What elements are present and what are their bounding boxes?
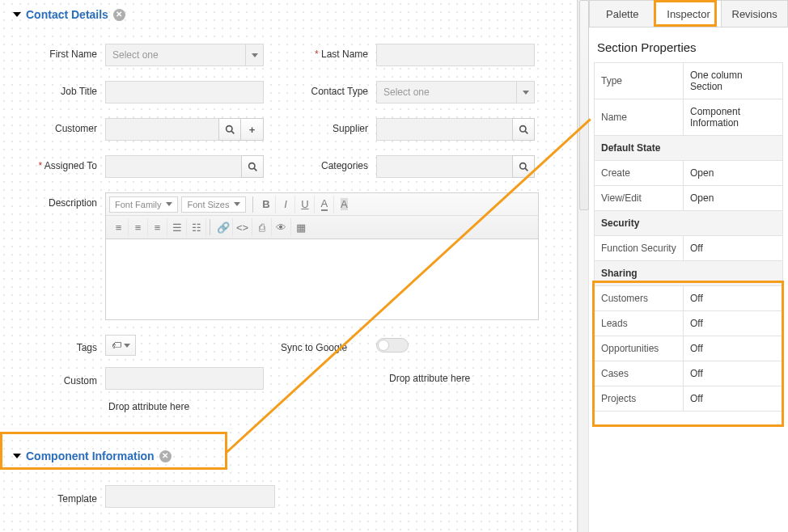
supplier-input[interactable] [376, 118, 512, 141]
highlight-icon[interactable]: A [334, 196, 354, 213]
align-center-icon[interactable]: ≡ [129, 218, 148, 236]
label-sync-google: Sync to Google [279, 337, 376, 353]
chevron-down-icon [13, 12, 21, 17]
template-input[interactable] [105, 485, 275, 508]
underline-icon[interactable]: U [295, 196, 315, 213]
search-icon[interactable] [241, 155, 264, 178]
prop-key: Opportunities [595, 336, 684, 361]
label-tags: Tags [0, 337, 105, 353]
search-icon[interactable] [218, 118, 241, 141]
svg-point-0 [226, 125, 231, 131]
prop-key: View/Edit [595, 186, 684, 211]
vertical-scrollbar[interactable] [578, 0, 589, 532]
prop-value: Open [684, 161, 783, 186]
prop-key: Cases [595, 361, 684, 386]
custom-input[interactable] [105, 367, 264, 390]
close-icon[interactable]: ✕ [159, 450, 172, 462]
scrollbar-thumb[interactable] [579, 0, 589, 210]
props-title: Section Properties [589, 27, 788, 62]
contact-type-select[interactable]: Select one [376, 81, 535, 103]
prop-value: One column Section [684, 63, 783, 99]
close-icon[interactable]: ✕ [113, 9, 125, 21]
section-properties-table: TypeOne column Section NameComponent Inf… [594, 62, 783, 412]
customer-lookup: + [105, 118, 279, 141]
chevron-down-icon [13, 454, 21, 458]
label-contact-type: Contact Type [279, 81, 376, 97]
svg-point-6 [519, 163, 525, 168]
svg-line-5 [254, 168, 256, 171]
svg-point-4 [248, 163, 254, 168]
svg-line-7 [525, 168, 527, 171]
prop-value: Off [684, 361, 783, 386]
label-first-name: First Name [0, 44, 105, 60]
select-placeholder: Select one [112, 49, 159, 61]
prop-key: Projects [595, 386, 684, 412]
job-title-input[interactable] [105, 81, 264, 103]
description-editor: Font Family Font Sizes B I U A A ≡ ≡ ≡ ☰ [105, 192, 539, 320]
last-name-input[interactable] [376, 44, 535, 66]
link-icon[interactable]: 🔗 [214, 218, 233, 236]
assigned-to-lookup [105, 155, 279, 178]
tab-revisions[interactable]: Revisions [722, 0, 788, 27]
svg-line-3 [525, 131, 527, 133]
section-header-contact-details[interactable]: Contact Details ✕ [0, 3, 577, 26]
customer-input[interactable] [105, 118, 218, 141]
sync-google-toggle[interactable] [376, 338, 409, 353]
prop-value: Off [684, 386, 783, 412]
first-name-select[interactable]: Select one [105, 44, 264, 66]
text-color-icon[interactable]: A [315, 196, 334, 213]
label-customer: Customer [0, 118, 105, 134]
label-last-name: Last Name [279, 44, 376, 60]
label-template: Template [0, 488, 105, 505]
editor-body[interactable] [105, 239, 539, 320]
prop-key: Customers [595, 286, 684, 311]
font-sizes-select[interactable]: Font Sizes [181, 196, 246, 213]
svg-line-1 [231, 131, 234, 133]
table-icon[interactable]: ▦ [291, 218, 311, 236]
prop-key: Function Security [595, 236, 684, 261]
chevron-down-icon [245, 44, 263, 66]
align-right-icon[interactable]: ≡ [148, 218, 167, 236]
tab-palette[interactable]: Palette [589, 0, 656, 27]
select-placeholder: Select one [383, 87, 430, 98]
preview-icon[interactable]: 👁 [272, 218, 291, 236]
svg-point-2 [519, 125, 525, 131]
label-custom: Custom [0, 370, 105, 386]
prop-value: Off [684, 311, 783, 336]
prop-value: Component Information [684, 99, 783, 136]
font-family-select[interactable]: Font Family [109, 196, 178, 213]
list-ordered-icon[interactable]: ☷ [187, 218, 206, 236]
supplier-lookup [376, 118, 554, 141]
panel-tabs: Palette Inspector Revisions [589, 0, 788, 27]
tab-inspector[interactable]: Inspector [656, 0, 722, 27]
code-icon[interactable]: <> [233, 218, 252, 236]
prop-value: Open [684, 186, 783, 211]
section-title: Component Information [26, 450, 155, 462]
assigned-to-input[interactable] [105, 155, 241, 178]
align-left-icon[interactable]: ≡ [109, 218, 129, 236]
search-icon[interactable] [512, 118, 535, 141]
search-icon[interactable] [512, 155, 535, 178]
bold-icon[interactable]: B [256, 196, 276, 213]
prop-value: Off [684, 336, 783, 361]
tags-button[interactable]: 🏷 [105, 335, 136, 356]
prop-value: Off [684, 236, 783, 261]
prop-group-header: Sharing [595, 261, 783, 286]
label-supplier: Supplier [279, 118, 376, 134]
chevron-down-icon [516, 81, 534, 103]
categories-input[interactable] [376, 155, 512, 178]
prop-key: Name [595, 99, 684, 136]
print-icon[interactable]: ⎙ [252, 218, 272, 236]
label-job-title: Job Title [0, 81, 105, 97]
section-title: Contact Details [26, 8, 108, 21]
label-description: Description [0, 192, 105, 209]
right-panel: Palette Inspector Revisions Section Prop… [589, 0, 788, 532]
list-unordered-icon[interactable]: ☰ [167, 218, 187, 236]
section-header-component-info[interactable]: Component Information ✕ [0, 445, 577, 467]
italic-icon[interactable]: I [276, 196, 295, 213]
form-canvas: Contact Details ✕ First Name Select one … [0, 0, 578, 532]
label-assigned-to: Assigned To [0, 155, 105, 171]
label-categories: Categories [279, 155, 376, 171]
add-icon[interactable]: + [241, 118, 264, 141]
prop-value: Off [684, 286, 783, 311]
